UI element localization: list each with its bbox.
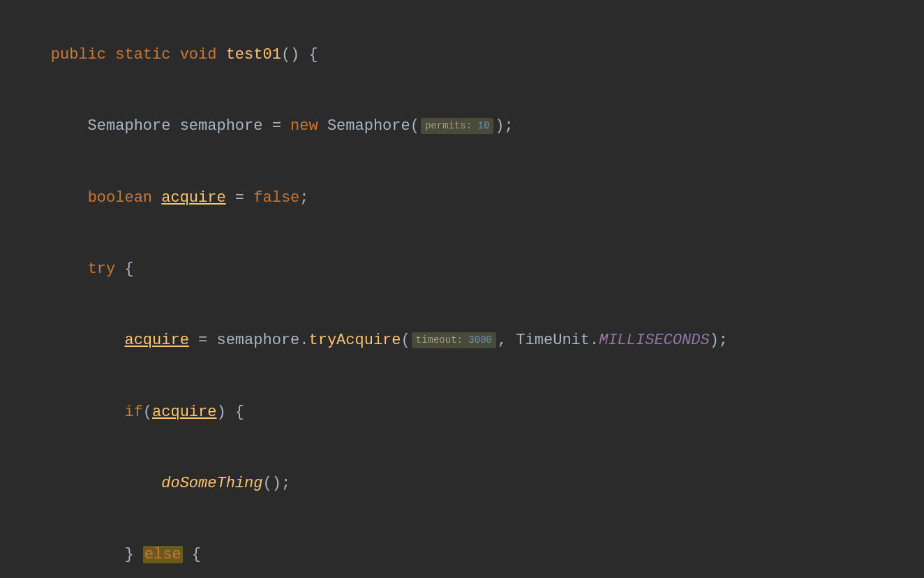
var-acquire-if1: acquire (152, 403, 216, 421)
code-line-4: try { (14, 234, 907, 305)
code-editor: public static void test01() { Semaphore … (0, 0, 924, 578)
code-line-6: if(acquire) { (14, 376, 907, 447)
code-line-3: boolean acquire = false; (14, 163, 907, 234)
code-line-7: doSomeThing(); (14, 448, 907, 519)
code-line-8: } else { (14, 519, 907, 578)
kw-if1: if (124, 403, 142, 421)
kw-boolean: boolean (88, 189, 152, 207)
kw-new: new (290, 117, 318, 135)
kw-try: try (88, 260, 116, 278)
kw-false: false (253, 189, 299, 207)
code-line-5: acquire = semaphore.tryAcquire(timeout: … (14, 305, 907, 376)
fn-test01: test01 (226, 46, 281, 64)
kw-else: else (143, 546, 183, 563)
var-acquire-assign: acquire (124, 332, 188, 349)
code-line-2: Semaphore semaphore = new Semaphore(perm… (14, 91, 907, 162)
kw-void: void (180, 46, 217, 64)
fn-tryAcquire: tryAcquire (309, 332, 401, 349)
hint-timeout: timeout: 3000 (412, 332, 496, 349)
fn-doSomeThing: doSomeThing (161, 475, 262, 492)
const-milliseconds: MILLISECONDS (599, 332, 709, 349)
var-acquire-decl: acquire (161, 189, 225, 207)
kw-public: public (51, 46, 106, 64)
hint-permits: permits: 10 (421, 118, 493, 135)
kw-static: static (115, 46, 170, 64)
code-line-1: public static void test01() { (14, 20, 907, 91)
